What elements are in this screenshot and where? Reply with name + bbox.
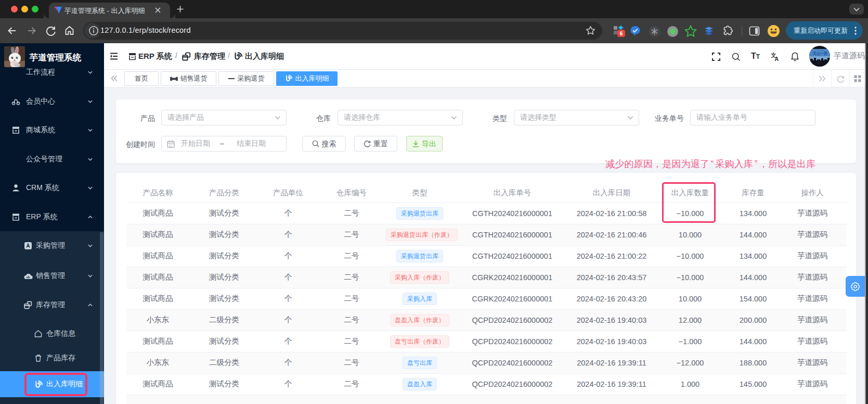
svg-text:A: A [775,56,779,62]
svg-text:6: 6 [620,31,623,36]
svg-text:文心一言: 文心一言 [812,51,827,56]
